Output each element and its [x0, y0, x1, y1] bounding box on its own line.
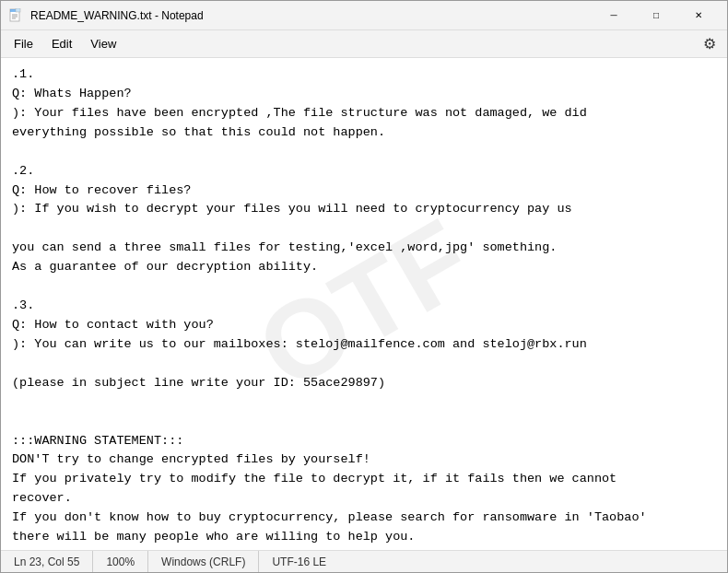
- menu-edit[interactable]: Edit: [42, 33, 81, 54]
- title-bar: README_WARNING.txt - Notepad ─ □ ✕: [1, 1, 727, 30]
- settings-icon[interactable]: ⚙: [696, 31, 723, 56]
- text-editor[interactable]: [1, 58, 727, 550]
- close-button[interactable]: ✕: [677, 1, 720, 30]
- cursor-position: Ln 23, Col 55: [10, 551, 93, 572]
- menu-view[interactable]: View: [81, 33, 125, 54]
- encoding: UTF-16 LE: [259, 551, 339, 572]
- maximize-button[interactable]: □: [635, 1, 677, 30]
- menu-bar: File Edit View ⚙: [1, 30, 727, 58]
- svg-rect-5: [16, 8, 20, 12]
- status-bar: Ln 23, Col 55 100% Windows (CRLF) UTF-16…: [1, 550, 727, 572]
- notepad-window: README_WARNING.txt - Notepad ─ □ ✕ File …: [0, 0, 728, 573]
- zoom-level: 100%: [93, 551, 148, 572]
- menu-items: File Edit View: [5, 33, 125, 54]
- minimize-button[interactable]: ─: [593, 1, 635, 30]
- notepad-icon: [8, 8, 23, 23]
- menu-file[interactable]: File: [5, 33, 42, 54]
- line-ending: Windows (CRLF): [148, 551, 259, 572]
- window-controls: ─ □ ✕: [593, 1, 720, 30]
- window-title: README_WARNING.txt - Notepad: [30, 9, 593, 22]
- editor-area: OTF: [1, 58, 727, 550]
